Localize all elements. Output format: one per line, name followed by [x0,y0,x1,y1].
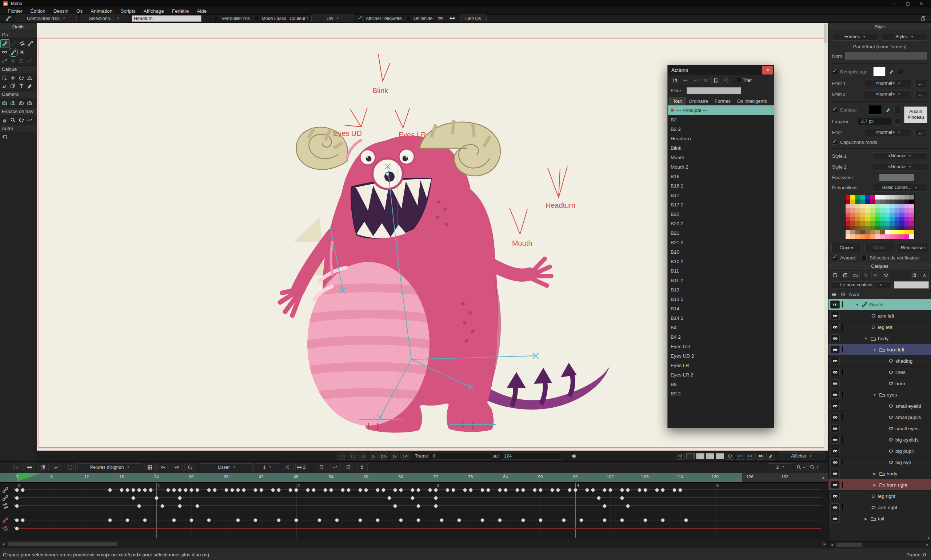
key-forward-button[interactable] [171,463,183,471]
layer-visibility-toggle[interactable] [830,334,840,342]
keyframe-dot[interactable] [480,488,484,492]
layer-row[interactable]: big pupil [828,446,931,457]
action-item[interactable]: B13 [668,285,774,294]
palette-swatch[interactable] [846,195,851,200]
keyframe-dot[interactable] [416,518,421,522]
transport-button[interactable]: ▷| [390,452,399,460]
maximize-button[interactable]: ▢ [906,1,910,6]
palette-swatch[interactable] [846,226,851,230]
palette-swatch[interactable] [905,208,909,212]
layer-row[interactable]: ▼ Gruille [828,299,931,310]
keyframe-dot[interactable] [521,488,525,492]
stroke-effect-options-button[interactable]: ... [914,129,927,136]
tool-button[interactable] [17,57,25,65]
tool-button[interactable] [0,57,9,65]
palette-swatch[interactable] [865,204,870,208]
palette-swatch[interactable] [870,200,875,204]
palette-swatch[interactable] [846,230,851,234]
palette-swatch[interactable] [885,226,890,230]
tool-button[interactable] [26,48,35,56]
brush-button[interactable]: AucunPinceau [904,106,927,123]
actions-tool-button[interactable] [681,77,689,84]
tool-button[interactable] [9,99,17,107]
fill-color-swatch[interactable] [873,67,886,76]
action-item[interactable]: B21 [668,228,774,238]
layer-visibility-toggle[interactable] [830,300,840,309]
menu-item[interactable]: Scripts [116,8,139,14]
menu-item[interactable]: Animation [86,8,116,14]
palette-swatch[interactable] [860,195,865,200]
layer-visibility-toggle[interactable] [830,402,840,410]
frame-input[interactable]: 0 [430,452,491,460]
keyframe-dot[interactable] [416,488,421,492]
layer-row[interactable]: arm right [828,502,931,513]
keyframe-dot[interactable] [609,488,612,492]
keyframe-dot[interactable] [480,518,484,522]
layer-menu-button[interactable]: ••• [871,271,880,279]
tool-button[interactable] [17,99,25,107]
menu-item[interactable]: Édition [26,8,49,14]
keyframe-dot[interactable] [195,504,199,508]
layer-expand-toggle[interactable]: ▼ [872,348,877,352]
keyframe-dot[interactable] [15,526,19,531]
tool-button[interactable] [0,82,9,90]
palette-swatch[interactable] [909,234,914,239]
filter-input[interactable] [687,87,741,94]
stereo-glasses-icon[interactable] [756,453,765,460]
keyframe-dot[interactable] [533,488,537,492]
onion-skin-icon[interactable] [64,463,76,471]
palette-swatch[interactable] [895,230,900,234]
transport-button[interactable]: ▷▷ [379,452,388,460]
stroke-color-swatch[interactable] [869,105,882,114]
transport-button[interactable]: ▷ [369,452,378,460]
palette-swatch[interactable] [850,212,855,217]
actions-tool-button[interactable] [691,77,700,84]
keyframe-dot[interactable] [585,488,589,492]
keyframe-dot[interactable] [224,488,228,492]
close-button[interactable]: ✕ [919,1,923,6]
tool-button[interactable] [0,133,9,141]
layer-visibility-toggle[interactable] [830,469,840,477]
palette-swatch[interactable] [895,226,900,230]
action-item[interactable]: Headturn [668,134,774,143]
menu-item[interactable]: Dessin [49,8,72,14]
keyframe-dot[interactable] [213,488,217,492]
action-item[interactable]: B11 2 [668,275,774,285]
palette-swatch[interactable] [905,221,909,226]
palette-swatch[interactable] [875,195,880,200]
zoom-in-icon[interactable]: + [808,463,820,471]
menu-item[interactable]: Aide [193,8,211,14]
palette-swatch[interactable] [860,204,865,208]
detach-panel-icon[interactable] [910,271,919,279]
tool-button[interactable] [9,82,17,90]
layer-visibility-toggle[interactable] [830,312,840,320]
interp-count-dropdown[interactable]: 1▼ [254,463,280,471]
layer-color-chip[interactable] [842,504,843,510]
layer-stack-button[interactable] [882,271,890,279]
tool-button[interactable] [9,39,18,47]
layout-single-button[interactable] [686,453,695,459]
keyframe-dot[interactable] [318,518,322,522]
keyframe-dot[interactable] [288,488,292,492]
layer-visibility-toggle[interactable] [830,368,840,376]
palette-swatch[interactable] [885,204,890,208]
keyframe-dot[interactable] [678,488,682,492]
clear-keys-button[interactable] [356,463,368,471]
keyframe-dot[interactable] [178,496,182,500]
styles-dropdown[interactable]: Styles▼ [882,33,927,41]
keyframe-dot[interactable] [154,496,159,500]
palette-swatch[interactable] [870,212,875,217]
keyframe-dot[interactable] [539,518,543,522]
palette-swatch[interactable] [850,221,855,226]
layer-color-chip[interactable] [842,324,843,330]
fx-toggle[interactable]: FX [746,453,755,460]
keyframe-dot[interactable] [131,488,135,492]
palette-swatch[interactable] [895,195,900,200]
keyframe-dot[interactable] [21,518,25,522]
palette-swatch[interactable] [889,208,895,212]
split-keys-button[interactable] [329,463,341,471]
keyframe-dot[interactable] [312,488,316,492]
keyframe-dot[interactable] [550,488,554,492]
palette-swatch[interactable] [846,204,851,208]
palette-swatch[interactable] [909,212,914,217]
